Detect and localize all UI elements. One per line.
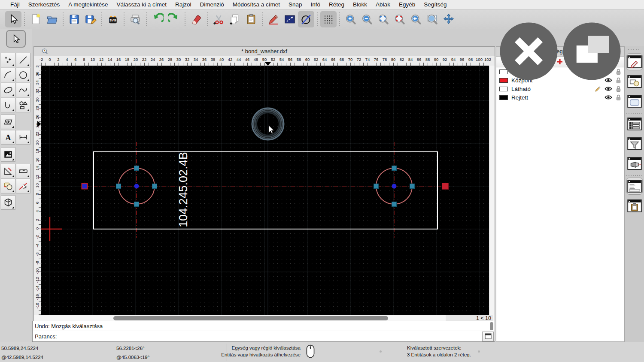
filter-dock-button[interactable] [626,135,643,152]
spline-tool-button[interactable] [16,83,30,97]
menu-item-m-dos-tsa-a-c-met[interactable]: Módosítsa a címet [228,1,284,8]
layer-visibility-eye-icon[interactable] [605,94,612,100]
history-scrollbar-thumb[interactable] [490,322,493,330]
menu-item-r-teg[interactable]: Réteg [325,1,349,8]
save-button[interactable] [66,11,82,27]
pen-edit-button[interactable] [265,11,282,27]
arc-tool-button[interactable] [1,68,15,82]
drawing-window-titlebar[interactable]: * bond_washer.dxf [34,47,495,56]
undock-panel-icon[interactable] [561,21,623,82]
library-dock-button[interactable] [626,93,643,110]
undo-button[interactable] [149,11,166,27]
menu-item-blokk[interactable]: Blokk [349,1,371,8]
drawing-window-title: * bond_washer.dxf [34,48,495,54]
quadrant-handle[interactable] [410,184,415,189]
menu-item-seg-ts-g[interactable]: Segítség [419,1,451,8]
zoom-auto-button[interactable] [375,11,392,27]
quadrant-handle[interactable] [134,166,139,171]
clipboard-dock-button[interactable] [626,197,643,214]
menu-item-snap[interactable]: Snap [284,1,307,8]
menu-item-rajzol[interactable]: Rajzol [171,1,196,8]
blocks-dock-button[interactable] [626,73,643,90]
new-drawing-button[interactable] [27,11,44,27]
line-tool-button[interactable] [16,53,30,67]
block-tool-button[interactable] [1,179,15,193]
hruler-label: 88 [425,57,430,62]
layer-row-rejtett[interactable]: Rejtett [496,93,624,102]
polyline-tool-button[interactable] [1,98,15,112]
zoom-window-button[interactable] [424,11,440,27]
text-tool-button[interactable]: A [1,130,15,145]
quadrant-handle[interactable] [392,202,397,207]
layer-lock-icon[interactable] [616,94,621,101]
menu-item-f-jl[interactable]: Fájl [6,1,24,8]
command-dock-button[interactable] [626,178,643,195]
spotlight-dock-button[interactable] [626,155,643,172]
menu-item-v-lassza-ki-a-c-met[interactable]: Válassza ki a címet [112,1,171,8]
quadrant-handle[interactable] [374,184,379,189]
pan-button[interactable] [440,11,457,27]
zoom-in-button[interactable] [343,11,359,27]
menu-item-ablak[interactable]: Ablak [371,1,395,8]
part-label[interactable]: 104.245.02.4B [177,152,190,227]
menu-item-dimenzi-[interactable]: Dimenzió [195,1,228,8]
command-options-button[interactable] [482,332,494,341]
command-history-line: Undo: Mozgás kiválasztása [35,323,103,329]
redo-button[interactable] [166,11,182,27]
layers-dock-button[interactable] [626,53,643,70]
menu-item-egy-b[interactable]: Egyéb [395,1,419,8]
erase-button[interactable] [188,11,204,27]
close-panel-icon[interactable] [498,21,559,82]
menu-item-a-megtekint-se[interactable]: A megtekintése [64,1,112,8]
select-tool-button[interactable] [6,30,26,48]
points-tool-button[interactable] [1,53,15,67]
dock-drag-handle[interactable] [628,49,641,50]
horizontal-scrollbar[interactable]: 1 < 10 [34,315,495,321]
center-node[interactable] [134,184,139,189]
layer-row-l-that-[interactable]: Látható [496,84,624,93]
measure-tool-button[interactable] [16,164,30,178]
quadrant-handle[interactable] [392,166,397,171]
layer-edit-pencil-icon[interactable] [595,86,601,92]
horizontal-scrollbar-thumb[interactable] [113,316,388,320]
menu-item-szerkeszt-s[interactable]: Szerkesztés [24,1,64,8]
circle-tool-button[interactable] [16,68,30,82]
save-as-button[interactable] [82,11,99,27]
vertical-scrollbar[interactable] [489,66,495,315]
command-input[interactable] [59,332,482,341]
open-drawing-button[interactable] [44,11,60,27]
dimension-tool-button[interactable] [16,130,30,145]
image-tool-button[interactable] [1,147,15,162]
select-entity-tool-button[interactable] [16,179,30,193]
zoom-previous-button[interactable] [408,11,424,27]
print-preview-button[interactable] [127,11,143,27]
svg-export-button[interactable]: SVG [105,11,121,27]
cut-button[interactable] [210,11,227,27]
quadrant-handle[interactable] [116,184,121,189]
quadrant-handle[interactable] [134,202,139,207]
zoom-out-button[interactable] [359,11,375,27]
layer-lock-icon[interactable] [616,86,621,92]
hruler-label: 80 [391,57,396,62]
drawing-canvas[interactable]: 104.245.02.4B [41,66,489,315]
ellipse-tool-button[interactable] [1,83,15,97]
menu-item-inf-[interactable]: Infó [307,1,325,8]
grid-toggle-button[interactable] [320,11,337,27]
paste-button[interactable] [243,11,259,27]
layer-visibility-eye-icon[interactable] [605,86,612,92]
entity-list-dock-button[interactable] [626,115,643,133]
dimension-line-button[interactable] [282,11,298,27]
circle-tool-button[interactable] [298,11,314,27]
center-node[interactable] [392,184,397,189]
quadrant-handle[interactable] [152,184,157,189]
solid-tool-button[interactable] [1,195,15,210]
polygon-tool-button[interactable] [16,98,30,112]
centerline-start-handle[interactable] [82,184,88,189]
centerline-end-handle[interactable] [442,183,449,190]
hruler-label: 40 [219,57,224,62]
zoom-selected-button[interactable] [392,11,408,27]
select-button[interactable] [5,11,21,27]
copy-button[interactable] [227,11,243,27]
hatch-tool-button[interactable] [1,115,15,129]
construct-tool-button[interactable] [1,164,15,178]
